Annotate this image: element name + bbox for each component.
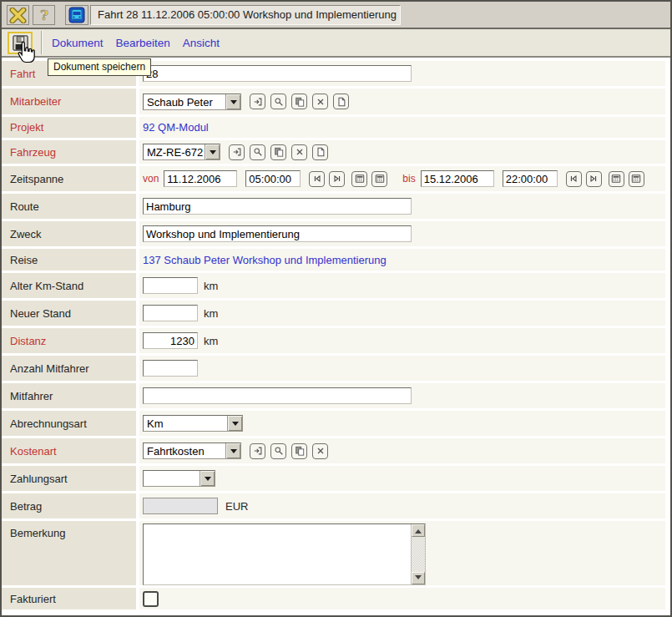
calendar-button[interactable] <box>609 171 624 187</box>
menu-bearbeiten[interactable]: Bearbeiten <box>116 37 170 49</box>
question-mark-icon: ? <box>38 7 51 23</box>
help-button[interactable]: ? <box>33 5 55 25</box>
goto-icon <box>232 147 242 157</box>
abrechnungsart-selected-value: Km <box>144 416 227 431</box>
fakturiert-checkbox[interactable] <box>143 591 159 607</box>
copy-button[interactable] <box>291 443 307 459</box>
copy-button[interactable] <box>270 144 286 160</box>
save-tooltip: Dokument speichern <box>48 58 151 76</box>
row-abrechnungsart: Abrechnungsart Km <box>2 411 670 436</box>
dropdown-button[interactable] <box>225 94 240 109</box>
calendar-button[interactable] <box>629 171 644 187</box>
close-button[interactable] <box>7 5 29 25</box>
copy-icon <box>295 97 305 107</box>
projekt-label: Projekt <box>2 117 136 138</box>
search-button[interactable] <box>270 443 286 459</box>
document-type-button[interactable] <box>65 5 88 25</box>
document-form: Fahrt Mitarbeiter Schaub Peter <box>2 61 670 612</box>
chevron-down-icon <box>230 100 237 108</box>
zweck-input[interactable] <box>143 225 412 242</box>
betrag-input <box>143 498 218 514</box>
bemerkung-text[interactable] <box>144 524 411 584</box>
calendar-icon <box>355 174 365 184</box>
clear-button[interactable] <box>312 443 328 459</box>
von-time-input[interactable] <box>245 170 301 187</box>
search-button[interactable] <box>270 94 286 109</box>
row-zahlungsart: Zahlungsart <box>2 466 670 491</box>
anzahl-mitfahrer-label: Anzahl Mitfahrer <box>2 356 136 381</box>
calendar-icon <box>611 174 621 184</box>
anzahl-mitfahrer-input[interactable] <box>143 360 198 377</box>
distanz-input[interactable] <box>143 332 198 349</box>
row-anzahl-mitfahrer: Anzahl Mitfahrer <box>2 356 670 381</box>
new-document-icon <box>336 97 346 107</box>
row-mitarbeiter: Mitarbeiter Schaub Peter <box>2 89 670 114</box>
row-mitfahrer: Mitfahrer <box>2 383 670 408</box>
arrow-up-icon <box>415 526 422 534</box>
chevron-down-icon <box>230 449 237 457</box>
km-unit-label: km <box>204 307 218 320</box>
alter-km-stand-input[interactable] <box>143 277 198 294</box>
dropdown-button[interactable] <box>205 144 220 159</box>
document-title: Fahrt 28 11.12.2006 05:00:00 Workshop un… <box>90 5 401 25</box>
route-input[interactable] <box>143 198 412 215</box>
dropdown-button[interactable] <box>200 471 215 486</box>
scroll-up-button[interactable] <box>412 524 425 537</box>
row-zeitspanne: Zeitspanne von bis <box>2 166 670 191</box>
copy-icon <box>295 446 305 456</box>
prev-day-button[interactable] <box>309 171 325 187</box>
goto-button[interactable] <box>250 94 265 109</box>
menu-ansicht[interactable]: Ansicht <box>183 37 220 49</box>
clear-button[interactable] <box>291 144 307 160</box>
zahlungsart-select[interactable] <box>143 470 215 487</box>
search-icon <box>274 97 284 107</box>
row-zweck: Zweck <box>2 221 670 246</box>
neuer-stand-input[interactable] <box>143 305 198 321</box>
kostenart-select[interactable]: Fahrtkosten <box>143 443 241 459</box>
clear-x-icon <box>316 97 326 107</box>
von-date-input[interactable] <box>164 170 237 187</box>
next-day-button[interactable] <box>329 171 345 187</box>
zahlungsart-label: Zahlungsart <box>2 466 136 491</box>
scroll-down-button[interactable] <box>412 572 425 584</box>
projekt-link[interactable]: 92 QM-Modul <box>143 121 209 134</box>
route-label: Route <box>2 194 136 219</box>
mitarbeiter-select[interactable]: Schaub Peter <box>143 94 241 110</box>
goto-button[interactable] <box>229 144 245 160</box>
alter-km-stand-label: Alter Km-Stand <box>2 273 136 298</box>
mitarbeiter-selected-value: Schaub Peter <box>144 94 225 109</box>
scrollbar[interactable] <box>411 524 425 584</box>
new-button[interactable] <box>312 144 328 160</box>
menu-dokument[interactable]: Dokument <box>52 37 104 49</box>
calendar-button[interactable] <box>371 171 387 187</box>
abrechnungsart-label: Abrechnungsart <box>2 411 136 436</box>
bemerkung-textarea[interactable] <box>143 523 426 585</box>
dropdown-button[interactable] <box>227 416 242 431</box>
prev-day-button[interactable] <box>566 171 582 187</box>
search-button[interactable] <box>250 144 265 160</box>
goto-button[interactable] <box>250 443 265 459</box>
next-day-button[interactable] <box>586 171 602 187</box>
bis-time-input[interactable] <box>503 170 558 187</box>
calendar-button[interactable] <box>351 171 367 187</box>
fahrzeug-select[interactable]: MZ-RE-672 <box>143 144 220 160</box>
mitfahrer-input[interactable] <box>143 387 412 404</box>
dropdown-button[interactable] <box>225 443 240 458</box>
row-kostenart: Kostenart Fahrtkosten <box>2 438 670 463</box>
scrollbar-track[interactable] <box>412 537 425 572</box>
km-unit-label: km <box>204 280 218 292</box>
new-button[interactable] <box>333 94 349 109</box>
new-document-icon <box>316 147 326 157</box>
mitarbeiter-label: Mitarbeiter <box>2 89 136 114</box>
toolbar-separator <box>41 31 43 54</box>
bis-date-input[interactable] <box>421 170 494 187</box>
fahrt-input[interactable] <box>143 65 412 82</box>
search-icon <box>274 446 284 456</box>
row-fakturiert: Fakturiert <box>2 588 670 609</box>
reise-link[interactable]: 137 Schaub Peter Workshop und Implementi… <box>143 254 387 266</box>
copy-button[interactable] <box>291 94 307 109</box>
clear-button[interactable] <box>312 94 328 109</box>
clear-x-icon <box>295 147 305 157</box>
abrechnungsart-select[interactable]: Km <box>143 415 243 432</box>
zahlungsart-selected-value <box>144 471 200 486</box>
